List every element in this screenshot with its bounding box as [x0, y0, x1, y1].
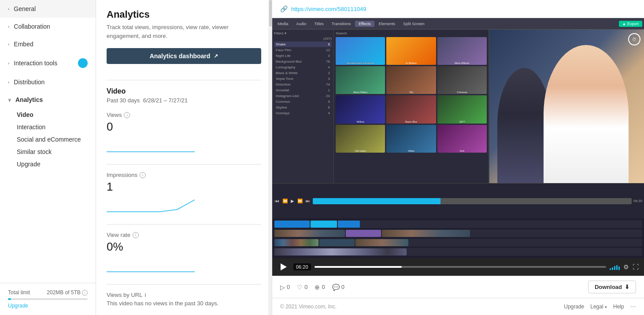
effect-ash[interactable]: Ash: [437, 125, 487, 153]
effect-alileo[interactable]: Alileo: [386, 125, 436, 153]
filter-faux-film[interactable]: Faux Film12: [274, 47, 332, 53]
analytics-dashboard-button[interactable]: Analytics dashboard ↗: [107, 48, 261, 64]
tab-media[interactable]: Media: [274, 21, 292, 27]
timeline-clip[interactable]: [274, 221, 310, 228]
timeline-clip[interactable]: [274, 248, 407, 255]
sidebar-item-label: Distribution: [14, 79, 44, 86]
views-by-url-label: Views by URL i: [107, 292, 261, 298]
tab-effects[interactable]: Effects: [355, 21, 374, 27]
filter-instagram[interactable]: Instagram-Like24: [274, 93, 332, 99]
effect-chromat[interactable]: Chromat: [437, 66, 487, 94]
impressions-info-icon[interactable]: i: [140, 172, 146, 178]
likes-icon: ♡: [297, 284, 303, 291]
effect-70s[interactable]: 70s: [386, 66, 436, 94]
effect-more-filters[interactable]: More Filters: [336, 66, 385, 94]
sidebar-item-analytics[interactable]: ∨ Analytics: [0, 91, 96, 109]
timeline-clip[interactable]: [355, 239, 408, 246]
fullscreen-button[interactable]: ⛶: [633, 263, 639, 270]
filter-skyline[interactable]: Skyline6: [274, 105, 332, 110]
filter-sepia[interactable]: Sepia Tone3: [274, 76, 332, 82]
date-range: Past 30 days 6/28/21 – 7/27/21: [107, 97, 261, 104]
effect-basic-blur[interactable]: Basic Blur: [386, 95, 436, 123]
sidebar-footer: Total limit 202MB of 5TB i Upgrade: [0, 283, 96, 315]
play-pause-button[interactable]: ▶: [290, 198, 295, 204]
play-button[interactable]: [278, 261, 290, 273]
filter-overlays[interactable]: Overlays4: [274, 110, 332, 116]
effect-1877[interactable]: 1877: [437, 95, 487, 123]
timeline-timecode: 06:20: [633, 199, 642, 203]
metric-impressions: Impressions i 1: [107, 172, 261, 215]
chevron-down-icon: ∨: [8, 98, 11, 102]
effect-old-video[interactable]: Old video: [336, 125, 385, 153]
tab-titles[interactable]: Titles: [311, 21, 327, 27]
tab-split-screen[interactable]: Split Screen: [400, 21, 428, 27]
metric-view-rate-value: 0%: [107, 240, 261, 254]
section-description: Track total views, impressions, view rat…: [107, 23, 261, 40]
filter-distortion[interactable]: Distortion74: [274, 82, 332, 87]
scroll-thumb[interactable]: [269, 0, 272, 26]
rewind-button[interactable]: ⏮: [274, 198, 280, 204]
tab-elements[interactable]: Elements: [375, 21, 399, 27]
footer-upgrade-link[interactable]: Upgrade: [564, 304, 584, 310]
filter-snowfall[interactable]: Snowfall1: [274, 87, 332, 93]
tab-audio[interactable]: Audio: [293, 21, 310, 27]
timeline-clip[interactable]: [311, 221, 337, 228]
effect-more-effects[interactable]: More Effects: [437, 37, 487, 65]
sidebar-sub-interaction[interactable]: Interaction: [0, 121, 96, 133]
filter-common[interactable]: Common9: [274, 99, 332, 105]
export-button[interactable]: ▲ Export: [619, 21, 642, 27]
filter-background-blur[interactable]: Background Blur78: [274, 59, 332, 64]
sidebar-item-embed[interactable]: › Embed: [0, 35, 96, 53]
timeline-clip[interactable]: [274, 239, 318, 246]
filter-lomography[interactable]: Lomography4: [274, 64, 332, 70]
timeline-clip[interactable]: [338, 221, 360, 228]
views-by-url-info-icon[interactable]: i: [144, 292, 146, 298]
timeline-clip[interactable]: [382, 230, 470, 237]
stat-collections: ⊕ 0: [315, 284, 325, 291]
tab-transitions[interactable]: Transitions: [328, 21, 355, 27]
download-label: Download: [595, 284, 622, 290]
effect-in-motion[interactable]: In Motion: [386, 37, 436, 65]
forward-button[interactable]: ⏭: [305, 198, 311, 204]
prev-frame-button[interactable]: ⏪: [281, 198, 289, 204]
effect-filmstock[interactable]: Wondershare Filmstock: [336, 37, 385, 65]
sidebar-item-general[interactable]: › General: [0, 0, 96, 18]
storage-bar-fill: [8, 298, 11, 300]
next-frame-button[interactable]: ⏩: [296, 198, 303, 204]
sidebar-sub-upgrade[interactable]: Upgrade: [0, 158, 96, 170]
scrollbar[interactable]: [268, 0, 272, 315]
views-chart: [107, 136, 195, 154]
timeline-clip[interactable]: [346, 230, 381, 237]
more-options-icon[interactable]: ···: [630, 303, 636, 311]
footer-legal-link[interactable]: Legal ▾: [590, 304, 607, 310]
metric-impressions-label: Impressions i: [107, 172, 261, 178]
filter-bw[interactable]: Black & White2: [274, 70, 332, 76]
timeline-clip[interactable]: [319, 239, 355, 246]
settings-button[interactable]: ⚙: [623, 263, 629, 270]
sidebar-sub-similar-stock[interactable]: Similar stock: [0, 146, 96, 158]
dot-indicator: [78, 58, 88, 68]
progress-bar[interactable]: [315, 266, 606, 268]
view-rate-info-icon[interactable]: i: [133, 232, 139, 238]
play-triangle-icon: [281, 263, 287, 270]
video-url-link[interactable]: https://vimeo.com/580111049: [291, 6, 366, 12]
sidebar-sub-social-ecommerce[interactable]: Social and eCommerce: [0, 133, 96, 146]
sidebar-item-interaction-tools[interactable]: › Interaction tools: [0, 53, 96, 73]
editor-toolbar: Media Audio Titles Transitions Effects E…: [272, 18, 644, 30]
chevron-down-icon: ▾: [605, 305, 607, 309]
upgrade-link[interactable]: Upgrade: [8, 303, 28, 309]
views-info-icon[interactable]: i: [124, 112, 130, 118]
download-button[interactable]: Download ⬇: [588, 281, 636, 293]
filter-shake[interactable]: Shake6: [274, 41, 332, 47]
timeline-clip[interactable]: [274, 230, 345, 237]
sidebar-sub-video[interactable]: Video: [0, 109, 96, 121]
filter-night-life[interactable]: Night Life3: [274, 53, 332, 59]
chevron-icon: ›: [8, 24, 9, 29]
sidebar-item-collaboration[interactable]: › Collaboration: [0, 18, 96, 35]
video-controls: 06:20 ⚙ ⛶: [272, 258, 644, 276]
sidebar-sub-label: Social and eCommerce: [17, 136, 81, 143]
section-title: Analytics: [107, 9, 261, 20]
footer-help-link[interactable]: Help: [613, 304, 624, 310]
sidebar-item-distribution[interactable]: › Distribution: [0, 73, 96, 91]
effect-willow[interactable]: Willow: [336, 95, 385, 123]
